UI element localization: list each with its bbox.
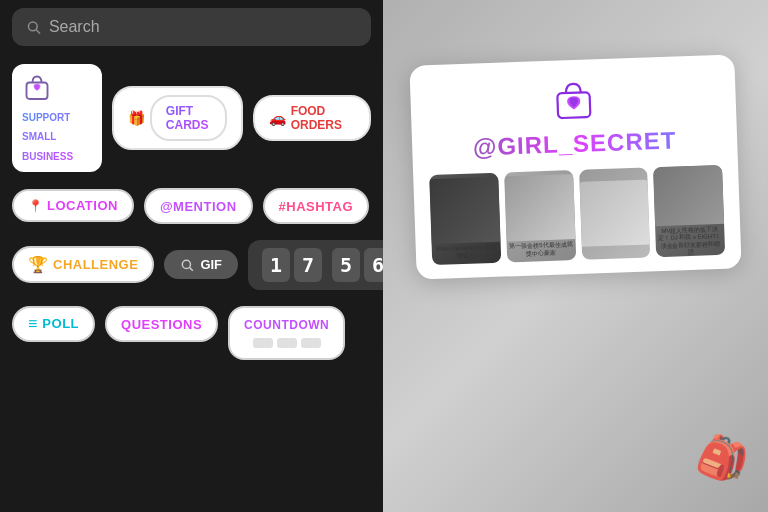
search-input[interactable] [49,18,357,36]
card-caption-3 [614,245,618,247]
food-icon: 🚗 [269,110,286,126]
countdown-bar-2 [277,338,297,348]
food-orders-label: FOOD ORDERS [291,104,355,132]
card-username: @GIRL_SECRET [428,125,722,163]
hashtag-label: #HASHTAG [279,199,354,214]
search-icon [26,19,41,35]
challenge-label: CHALLENGE [53,257,138,272]
support-small-business-sticker[interactable]: SUPPORT SMALL BUSINESS [12,64,102,172]
poll-lines-icon: ≡ [28,315,37,333]
sticker-row-4: ≡ POLL QUESTIONS COUNTDOWN [12,306,371,360]
gift-cards-sticker[interactable]: 🎁 GIFT CARDS [112,86,243,150]
countdown-bar-1 [253,338,273,348]
card-image-2: 第一張金榜5代最佳成就獎中心豪家 [504,170,576,262]
timer-digit-3: 5 [332,248,360,282]
location-pin-icon: 📍 [28,199,43,213]
girl-secret-card: @GIRL_SECRET Ellen DeGeneres 也是雙鯊人 第一張金榜… [409,54,741,279]
sticker-row-3: 🏆 CHALLENGE GIF 1 7 5 6 [12,240,371,290]
timer-digit-2: 7 [294,248,322,282]
poll-label: POLL [42,316,79,331]
card-caption-2: 第一張金榜5代最佳成就獎中心豪家 [506,239,575,258]
hashtag-sticker[interactable]: #HASHTAG [263,188,370,224]
poll-sticker[interactable]: ≡ POLL [12,306,95,342]
countdown-sticker[interactable]: COUNTDOWN [228,306,345,360]
questions-sticker[interactable]: QUESTIONS [105,306,218,342]
timer-digit-1: 1 [262,248,290,282]
svg-line-1 [36,30,39,33]
gif-label: GIF [200,257,222,272]
gift-cards-label: GIFT CARDS [150,95,227,141]
svg-point-3 [183,260,191,268]
svg-line-4 [190,267,193,270]
story-preview-panel: @GIRL_SECRET Ellen DeGeneres 也是雙鯊人 第一張金榜… [383,0,768,512]
mention-sticker[interactable]: @MENTION [144,188,253,224]
card-image-4: MV超人性格的低下決定！DJ 和我 x EIGHT）淡金金首好友那裡和標語 [653,165,725,257]
card-image-3 [579,167,651,259]
sticker-panel: SUPPORT SMALL BUSINESS 🎁 GIFT CARDS 🚗 FO… [0,0,383,512]
countdown-label: COUNTDOWN [244,318,329,332]
location-label: LOCATION [47,198,118,213]
support-label: SUPPORT SMALL BUSINESS [22,112,73,161]
challenge-sticker[interactable]: 🏆 CHALLENGE [12,246,154,283]
food-orders-sticker[interactable]: 🚗 FOOD ORDERS [253,95,371,141]
trophy-icon: 🏆 [28,255,48,274]
gift-icon: 🎁 [128,110,145,126]
countdown-bars [253,338,321,348]
card-bag-icon [550,77,596,123]
card-caption-1: Ellen DeGeneres 也是雙鯊人 [432,242,501,261]
sticker-row-1: SUPPORT SMALL BUSINESS 🎁 GIFT CARDS 🚗 FO… [12,64,371,172]
sticker-row-2: 📍 LOCATION @MENTION #HASHTAG [12,188,371,224]
card-image-grid: Ellen DeGeneres 也是雙鯊人 第一張金榜5代最佳成就獎中心豪家 M… [429,165,725,265]
gif-sticker[interactable]: GIF [164,250,238,279]
location-sticker[interactable]: 📍 LOCATION [12,189,134,222]
gif-search-icon [180,258,194,272]
questions-label: QUESTIONS [121,317,202,332]
card-image-1: Ellen DeGeneres 也是雙鯊人 [429,173,501,265]
countdown-bar-3 [301,338,321,348]
mention-label: @MENTION [160,199,237,214]
card-caption-4: MV超人性格的低下決定！DJ 和我 x EIGHT）淡金金首好友那裡和標語 [655,224,725,257]
search-bar[interactable] [12,8,371,46]
bag-icon [22,72,52,102]
